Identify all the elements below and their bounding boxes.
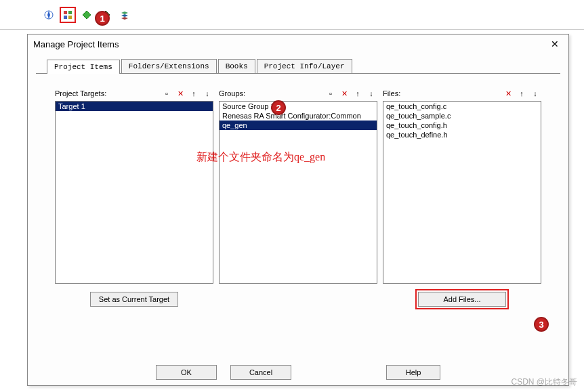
groups-label: Groups: <box>219 89 323 97</box>
annotation-text: 新建个文件夹命名为qe_gen <box>196 150 325 165</box>
movedown-target-icon[interactable]: ↓ <box>201 87 213 100</box>
svg-rect-1 <box>64 11 67 14</box>
list-item[interactable]: qe_gen <box>220 121 377 130</box>
targets-label: Project Targets: <box>55 89 159 97</box>
annotation-badge-2: 2 <box>271 100 286 115</box>
dialog-buttons: OK Cancel Help <box>28 360 568 380</box>
new-target-icon[interactable]: ▫ <box>161 87 173 100</box>
delete-target-icon[interactable]: ✕ <box>174 87 186 100</box>
annotation-badge-3: 3 <box>534 317 549 332</box>
dialog-titlebar: Manage Project Items ✕ <box>28 35 568 53</box>
delete-file-icon[interactable]: ✕ <box>502 87 514 100</box>
svg-rect-3 <box>64 16 67 19</box>
list-item[interactable]: Renesas RA Smart Configurator:Common <box>220 111 377 121</box>
main-toolbar <box>0 0 584 30</box>
add-files-button[interactable]: Add Files... <box>418 292 506 307</box>
files-label: Files: <box>383 89 501 97</box>
svg-rect-2 <box>68 11 72 14</box>
blocks-icon[interactable] <box>60 7 76 23</box>
groups-panel: Groups: ▫ ✕ ↑ ↓ Source Group 1 Renesas R… <box>219 87 377 307</box>
moveup-file-icon[interactable]: ↑ <box>516 87 528 100</box>
tab-project-info[interactable]: Project Info/Layer <box>257 59 352 73</box>
files-listbox[interactable]: qe_touch_config.c qe_touch_sample.c qe_t… <box>383 101 541 284</box>
tab-project-items[interactable]: Project Items <box>47 60 120 74</box>
compass-icon[interactable] <box>41 7 57 23</box>
ok-button[interactable]: OK <box>156 365 217 380</box>
list-item[interactable]: Target 1 <box>56 102 213 111</box>
list-item[interactable]: qe_touch_define.h <box>383 130 541 139</box>
cancel-button[interactable]: Cancel <box>230 365 291 380</box>
new-group-icon[interactable]: ▫ <box>325 87 337 100</box>
dialog-title: Manage Project Items <box>33 39 547 49</box>
help-button[interactable]: Help <box>386 365 440 380</box>
files-panel: Files: ✕ ↑ ↓ qe_touch_config.c qe_touch_… <box>383 87 541 307</box>
list-item[interactable]: qe_touch_config.h <box>383 121 541 130</box>
moveup-group-icon[interactable]: ↑ <box>352 87 364 100</box>
list-item[interactable]: Source Group 1 <box>220 102 377 111</box>
tabs-row: Project Items Folders/Extensions Books P… <box>36 53 560 74</box>
watermark: CSDN @比特冬哥 <box>511 376 577 388</box>
tab-books[interactable]: Books <box>218 59 255 73</box>
groups-listbox[interactable]: Source Group 1 Renesas RA Smart Configur… <box>219 101 377 284</box>
targets-panel: Project Targets: ▫ ✕ ↑ ↓ Target 1 Set as… <box>55 87 213 307</box>
diamond-icon[interactable] <box>79 7 95 23</box>
svg-rect-4 <box>68 16 72 19</box>
stack-icon[interactable] <box>117 7 133 23</box>
targets-listbox[interactable]: Target 1 <box>55 101 213 284</box>
movedown-group-icon[interactable]: ↓ <box>365 87 377 100</box>
list-item[interactable]: qe_touch_config.c <box>383 102 541 111</box>
manage-project-items-dialog: Manage Project Items ✕ Project Items Fol… <box>27 34 569 386</box>
close-icon[interactable]: ✕ <box>547 39 563 49</box>
set-current-target-button[interactable]: Set as Current Target <box>90 292 178 307</box>
tab-folders-extensions[interactable]: Folders/Extensions <box>121 59 217 73</box>
delete-group-icon[interactable]: ✕ <box>338 87 350 100</box>
moveup-target-icon[interactable]: ↑ <box>188 87 200 100</box>
annotation-badge-1: 1 <box>95 11 110 26</box>
list-item[interactable]: qe_touch_sample.c <box>383 111 541 121</box>
movedown-file-icon[interactable]: ↓ <box>529 87 541 100</box>
